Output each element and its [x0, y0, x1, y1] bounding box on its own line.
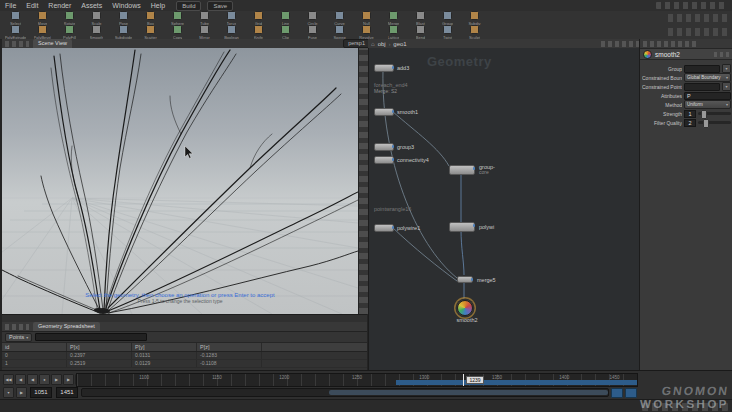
pane-control-icons[interactable]	[5, 324, 29, 330]
menu-item[interactable]: Assets	[76, 0, 107, 11]
playbar-options-button[interactable]: ▾	[3, 387, 14, 398]
table-row[interactable]: 0 0.2397 0.0131 -0.1283	[2, 352, 367, 360]
shelf-tool[interactable]: Subdiv	[461, 11, 488, 26]
shelf-tool[interactable]: Copy	[164, 25, 191, 40]
node-connectivity4[interactable]: connectivity4	[374, 156, 429, 164]
shelf-tool[interactable]: Subdivide	[110, 25, 137, 40]
menu-item[interactable]: Windows	[107, 0, 145, 11]
tab-scene-view[interactable]: Scene View	[33, 39, 72, 48]
shelf-tool[interactable]: Group	[434, 11, 461, 26]
viewport-3d[interactable]: Select the geometry, then choose an oper…	[2, 48, 358, 314]
spreadsheet-column-header[interactable]: P[y]	[132, 343, 197, 351]
play-reverse-button[interactable]: ◀	[27, 374, 38, 385]
breadcrumb-geo1[interactable]: geo1	[393, 41, 406, 47]
save-badge[interactable]: Save	[207, 1, 233, 11]
viewport-toolbar[interactable]	[358, 48, 368, 314]
global-range-slider[interactable]	[81, 388, 609, 397]
node-foreach-end4[interactable]: foreach_end4 Merge: S2	[374, 82, 408, 94]
spreadsheet-mode-dropdown[interactable]: Points ▾	[5, 333, 32, 342]
play-button[interactable]: ▶	[51, 374, 62, 385]
constrained-points-input[interactable]	[684, 83, 720, 91]
attributes-input[interactable]: P	[684, 92, 731, 100]
node-body[interactable]	[374, 64, 394, 72]
camera-selector[interactable]: persp1	[343, 39, 370, 48]
status-bar-icons[interactable]	[642, 403, 728, 411]
shelf-tool[interactable]: PolyExtrude	[2, 25, 29, 40]
parameter-pane-icons[interactable]	[643, 41, 697, 47]
node-body[interactable]	[374, 224, 394, 232]
menu-item[interactable]: File	[0, 0, 21, 11]
spreadsheet-column-header[interactable]: P[x]	[67, 343, 132, 351]
shelf-tool[interactable]: Mirror	[191, 25, 218, 40]
next-frame-button[interactable]: ▶	[63, 374, 74, 385]
strength-value[interactable]: 1	[684, 110, 696, 118]
node-group[interactable]: group- core	[449, 164, 495, 176]
range-end-field[interactable]: 1451	[56, 387, 78, 398]
node-polywire[interactable]: polywi	[449, 222, 494, 232]
stop-button[interactable]: ●	[39, 374, 50, 385]
filter-quality-slider[interactable]	[698, 121, 731, 124]
shelf-tool[interactable]: Scatter	[137, 25, 164, 40]
shelf-extra-icons[interactable]	[668, 28, 728, 36]
shelf-tool[interactable]: Smooth	[83, 25, 110, 40]
points-select-arrow-icon[interactable]: ▾	[722, 82, 731, 91]
node-group3[interactable]: group3	[374, 143, 414, 151]
node-body[interactable]	[449, 165, 475, 175]
shelf-tool[interactable]: Sweep	[326, 25, 353, 40]
auto-update-button[interactable]	[611, 388, 623, 398]
menu-item[interactable]: Render	[43, 0, 76, 11]
shelf-tool[interactable]: Tube	[191, 11, 218, 26]
table-row[interactable]: 1 0.2519 0.0129 -0.1108	[2, 360, 367, 368]
constrained-boundary-dropdown[interactable]: Global Boundary ▾	[684, 73, 731, 82]
cook-mode-button[interactable]	[625, 388, 637, 398]
shelf-tool[interactable]: Rotate	[56, 11, 83, 26]
jump-start-button[interactable]: ◀◀	[3, 374, 14, 385]
node-merge5[interactable]: merge5	[457, 276, 496, 283]
shelf-tool[interactable]: Select	[2, 11, 29, 26]
node-body[interactable]	[374, 143, 394, 151]
group-select-arrow-icon[interactable]: ▾	[722, 64, 731, 73]
node-body[interactable]	[457, 276, 473, 283]
sub-range-handle[interactable]	[329, 390, 608, 395]
shelf-tool[interactable]: Torus	[218, 11, 245, 26]
range-start-field[interactable]: 1051	[30, 387, 52, 398]
realtime-toggle-button[interactable]: ▶	[16, 387, 27, 398]
shelf-tool[interactable]: Blast	[407, 11, 434, 26]
shelf-tool[interactable]: Circle	[299, 11, 326, 26]
home-icon[interactable]: ⌂	[371, 41, 375, 47]
tab-geometry-spreadsheet[interactable]: Geometry Spreadsheet	[33, 322, 100, 331]
parameter-title-icons[interactable]	[714, 52, 730, 57]
shelf-tool[interactable]: Sculpt	[461, 25, 488, 40]
node-smooth1[interactable]: smooth1	[374, 108, 418, 116]
filter-quality-value[interactable]: 2	[684, 119, 696, 127]
menu-item[interactable]: Help	[146, 0, 170, 11]
group-input[interactable]	[684, 65, 720, 73]
shelf-tool[interactable]: PolyBevel	[29, 25, 56, 40]
shelf-tool[interactable]: Grid	[245, 11, 272, 26]
shelf-tool[interactable]: Pose	[110, 11, 137, 26]
shelf-tool[interactable]: Curve	[326, 11, 353, 26]
spreadsheet-filter-input[interactable]	[35, 333, 147, 341]
node-add3[interactable]: add3	[374, 64, 409, 72]
node-body[interactable]	[449, 222, 475, 232]
shelf-tool[interactable]: Sphere	[164, 11, 191, 26]
shelf-tool[interactable]: Box	[137, 11, 164, 26]
shelf-tool[interactable]: Lattice	[380, 25, 407, 40]
menubar-icons[interactable]	[656, 2, 728, 9]
shelf-tool[interactable]: Scale	[83, 11, 110, 26]
node-body[interactable]	[374, 156, 394, 164]
method-dropdown[interactable]: Uniform ▾	[684, 100, 731, 109]
menu-item[interactable]: Edit	[21, 0, 43, 11]
shelf-tool[interactable]: Fuse	[299, 25, 326, 40]
breadcrumb-obj[interactable]: obj	[378, 41, 386, 47]
smooth2-node-icon[interactable]	[457, 300, 473, 316]
shelf-tool[interactable]: Knife	[245, 25, 272, 40]
shelf-tool[interactable]: Null	[353, 11, 380, 26]
node-smooth2-selected[interactable]	[457, 300, 473, 316]
pane-control-icons[interactable]	[5, 41, 29, 47]
node-polywire1[interactable]: polywire1	[374, 224, 420, 232]
shelf-tool[interactable]: Boolean	[218, 25, 245, 40]
strength-slider[interactable]	[698, 112, 731, 115]
spreadsheet-column-header[interactable]: P[z]	[197, 343, 262, 351]
shelf-tool[interactable]: Line	[272, 11, 299, 26]
